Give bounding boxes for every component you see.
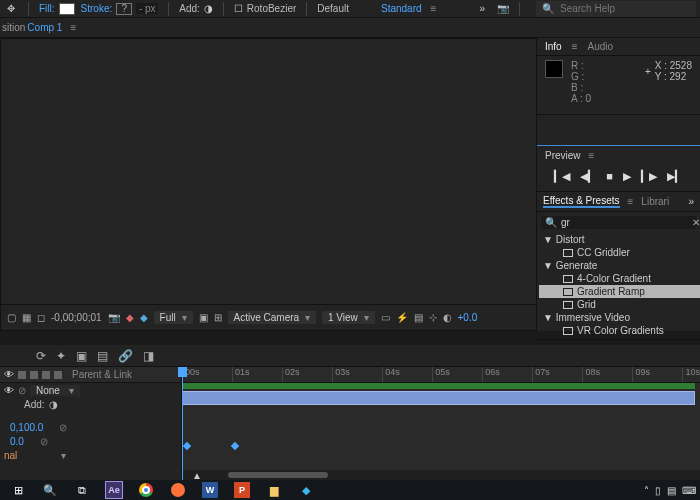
add-plus-icon[interactable]: ◑ — [49, 399, 58, 410]
checkbox-icon[interactable]: ☐ — [234, 3, 243, 14]
keyframe-icon[interactable] — [231, 442, 239, 450]
property-row[interactable]: 0,100.0 ⊘ — [0, 420, 181, 434]
col-icon[interactable] — [18, 371, 26, 379]
snapshot-icon[interactable]: 📷 — [108, 312, 120, 323]
stroke-swatch[interactable]: ? — [116, 3, 132, 15]
next-frame-button[interactable]: ▎▶ — [641, 170, 657, 183]
region-interest-icon[interactable]: ▣ — [199, 312, 208, 323]
parent-link-header[interactable]: Parent & Link — [72, 369, 132, 380]
taskbar-word[interactable]: W — [196, 481, 224, 499]
property-value-2[interactable]: 0.0 — [4, 435, 30, 448]
snapshot-icon[interactable]: 📷 — [497, 3, 509, 14]
property-row[interactable]: 0.0 ⊘ — [0, 434, 181, 448]
workspace-default[interactable]: Default — [317, 3, 349, 14]
last-frame-button[interactable]: ▶▎ — [667, 170, 683, 183]
panel-menu-icon[interactable]: ≡ — [572, 41, 578, 52]
track-area[interactable] — [182, 383, 700, 470]
shy-icon[interactable]: ⟳ — [36, 349, 46, 363]
category-immersive[interactable]: ▼ Immersive Video — [539, 311, 700, 324]
system-tray[interactable]: ˄ ▯ ▤ ⌨ — [644, 485, 696, 496]
effect-vr-gradients[interactable]: VR Color Gradients — [539, 324, 700, 337]
action-center-icon[interactable]: ▤ — [667, 485, 676, 496]
keyframe-icon[interactable] — [183, 442, 191, 450]
timeline-icon-1[interactable]: ✦ — [56, 349, 66, 363]
color-mgmt-icon[interactable]: ◆ — [140, 312, 148, 323]
mask-icon[interactable]: ◻ — [37, 312, 45, 323]
effects-search[interactable]: 🔍 ✕ — [541, 216, 696, 229]
zoom-out-icon[interactable]: ▲ — [192, 470, 202, 481]
col-icon[interactable] — [42, 371, 50, 379]
preview-title[interactable]: Preview — [545, 150, 581, 161]
col-icon[interactable] — [54, 371, 62, 379]
add-plus-icon[interactable]: ◑ — [204, 3, 213, 14]
add-control[interactable]: Add: ◑ — [179, 3, 213, 14]
property-value-1[interactable]: 0,100.0 — [4, 421, 49, 434]
overflow-icon[interactable]: » — [479, 3, 485, 14]
stroke-width[interactable]: - px — [136, 3, 158, 14]
tab-effects-presets[interactable]: Effects & Presets — [543, 195, 620, 208]
blend-mode-row[interactable]: nal▾ — [0, 448, 181, 462]
grid-icon[interactable]: ▦ — [22, 312, 31, 323]
first-frame-button[interactable]: ▎◀ — [554, 170, 570, 183]
timeline-icon-5[interactable]: ◨ — [143, 349, 154, 363]
panel-menu-icon[interactable]: ≡ — [589, 150, 595, 161]
overflow-icon[interactable]: » — [688, 196, 694, 207]
tab-audio[interactable]: Audio — [588, 41, 614, 52]
prev-frame-button[interactable]: ◀▎ — [580, 170, 596, 183]
link-icon[interactable]: ⊘ — [18, 385, 26, 396]
comp-name[interactable]: Comp 1 — [27, 22, 62, 33]
eye-icon[interactable]: 👁 — [4, 385, 14, 396]
playhead[interactable] — [182, 367, 183, 480]
reset-exposure-icon[interactable]: ◐ — [443, 312, 452, 323]
taskbar-folder[interactable]: ▆ — [260, 481, 288, 499]
effect-grid[interactable]: Grid — [539, 298, 700, 311]
category-distort[interactable]: ▼ Distort — [539, 233, 700, 246]
timeline-tracks[interactable]: 00s 01s 02s 03s 04s 05s 06s 07s 08s 09s … — [182, 367, 700, 480]
battery-icon[interactable]: ▯ — [655, 485, 661, 496]
expression-link-icon[interactable]: ⊘ — [40, 436, 48, 447]
timeline-icon-2[interactable]: ▣ — [76, 349, 87, 363]
fast-previews-icon[interactable]: ⚡ — [396, 312, 408, 323]
taskbar-chrome[interactable] — [132, 481, 160, 499]
timecode[interactable]: -0,00;00;01 — [51, 312, 102, 323]
timeline-icon-4[interactable]: 🔗 — [118, 349, 133, 363]
timeline-icon-3[interactable]: ▤ — [97, 349, 108, 363]
help-search-input[interactable] — [560, 3, 690, 14]
clear-search-icon[interactable]: ✕ — [692, 217, 700, 228]
timeline-icon[interactable]: ▤ — [414, 312, 423, 323]
task-view-icon[interactable]: ⧉ — [68, 481, 96, 499]
work-area-bar[interactable] — [182, 383, 695, 389]
exposure-value[interactable]: +0.0 — [458, 312, 478, 323]
comp-menu-icon[interactable]: ≡ — [70, 22, 76, 33]
scroll-thumb[interactable] — [228, 472, 328, 478]
tray-overflow-icon[interactable]: ˄ — [644, 485, 649, 496]
panel-menu-icon[interactable]: ≡ — [628, 196, 634, 207]
play-button[interactable]: ▶ — [623, 170, 631, 183]
expression-link-icon[interactable]: ⊘ — [59, 422, 67, 433]
help-search[interactable]: 🔍 — [536, 1, 696, 17]
eye-col-icon[interactable]: 👁 — [4, 369, 14, 380]
fill-swatch[interactable] — [59, 3, 75, 15]
camera-dropdown[interactable]: Active Camera ▾ — [228, 311, 316, 324]
timeline-zoom-scroll[interactable]: ▲ — [182, 470, 700, 480]
layer-row[interactable]: 👁 ⊘ None▾ — [0, 383, 181, 397]
effect-cc-griddler[interactable]: CC Griddler — [539, 246, 700, 259]
viewer-canvas[interactable] — [1, 39, 536, 304]
stop-button[interactable]: ■ — [606, 170, 613, 183]
transparency-grid-icon[interactable]: ⊞ — [214, 312, 222, 323]
tab-info[interactable]: Info — [545, 41, 562, 52]
parent-dropdown[interactable]: None▾ — [30, 385, 80, 396]
taskbar-app-generic[interactable]: ◆ — [292, 481, 320, 499]
taskbar-firefox[interactable] — [164, 481, 192, 499]
playhead-cap-icon[interactable] — [178, 367, 187, 377]
taskbar-powerpoint[interactable]: P — [228, 481, 256, 499]
keyboard-icon[interactable]: ⌨ — [682, 485, 696, 496]
taskbar-app[interactable]: Ae — [100, 481, 128, 499]
start-button[interactable]: ⊞ — [4, 481, 32, 499]
flowchart-icon[interactable]: ⊹ — [429, 312, 437, 323]
stroke-control[interactable]: Stroke: ? - px — [81, 3, 159, 15]
selection-tool-icon[interactable]: ✥ — [4, 2, 18, 16]
add-property-row[interactable]: Add:◑ — [0, 397, 181, 412]
time-ruler[interactable]: 00s 01s 02s 03s 04s 05s 06s 07s 08s 09s … — [182, 367, 700, 383]
effect-4color-gradient[interactable]: 4-Color Gradient — [539, 272, 700, 285]
